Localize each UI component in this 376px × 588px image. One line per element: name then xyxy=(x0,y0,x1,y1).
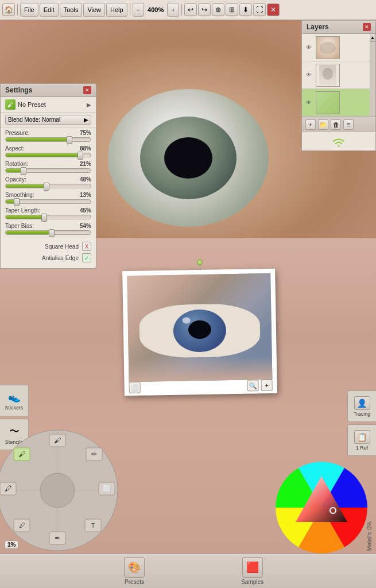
smoothing-label: Smoothing: xyxy=(5,192,34,198)
pressure-fill xyxy=(6,138,69,141)
right-side-panel: 👤 Tracing 📋 1 Ref xyxy=(347,390,376,458)
grid-icon[interactable]: ⊞ xyxy=(226,3,238,16)
samples-bottom-btn[interactable]: 🟥 Samples xyxy=(232,555,273,587)
opacity-thumb[interactable] xyxy=(44,183,49,191)
zoom-plus-btn[interactable]: + xyxy=(167,3,179,17)
smoothing-thumb[interactable] xyxy=(14,198,20,206)
opacity-label: Opacity: xyxy=(5,176,26,183)
zoom-icon[interactable]: 🔍 xyxy=(247,380,258,391)
blend-mode-select[interactable]: Blend Mode: Normal ▶ xyxy=(5,115,91,125)
layer-item-2[interactable]: 👁 xyxy=(302,61,375,89)
antialias-check-icon: ✓ xyxy=(84,255,89,261)
taper-length-thumb[interactable] xyxy=(41,214,47,222)
pin-head xyxy=(197,260,203,265)
square-head-x-icon: X xyxy=(85,243,89,250)
fullscreen-icon[interactable]: ⛶ xyxy=(253,3,266,16)
add-ref-icon[interactable]: + xyxy=(261,380,272,391)
tool-wheel-svg[interactable]: 🖌 ✏ ⬜ T ✒ 🖊 🖍 🖌 xyxy=(0,427,121,554)
rotation-slider[interactable] xyxy=(5,168,91,173)
layers-close-btn[interactable]: ✕ xyxy=(363,23,371,31)
menu-view[interactable]: View xyxy=(83,3,105,17)
polaroid-bottom-left: ⬜ xyxy=(129,382,140,393)
svg-text:🖊: 🖊 xyxy=(19,522,25,529)
taper-bias-slider-row: Taper Bias: 54% xyxy=(5,223,91,235)
opacity-slider[interactable] xyxy=(5,184,91,188)
taper-length-slider-row: Taper Length: 45% xyxy=(5,207,91,219)
layer-3-visibility-icon[interactable]: 👁 xyxy=(304,98,313,107)
pressure-value: 75% xyxy=(80,130,91,136)
square-head-checkbox[interactable]: X xyxy=(82,242,91,251)
svg-text:🖌: 🖌 xyxy=(18,450,25,458)
aspect-thumb[interactable] xyxy=(77,152,83,160)
blend-mode-row: Blend Mode: Normal ▶ xyxy=(1,113,96,127)
polaroid-frame[interactable]: ⬜ 🔍 + xyxy=(122,269,277,396)
tracing-icon: 👤 xyxy=(354,396,370,410)
smoothing-slider-row: Smoothing: 13% xyxy=(5,192,91,204)
zoom-minus-btn[interactable]: − xyxy=(133,3,144,17)
color-wheel-svg[interactable] xyxy=(273,459,370,556)
taper-bias-fill xyxy=(6,231,52,234)
smoothing-slider[interactable] xyxy=(5,199,91,204)
close-icon[interactable]: ✕ xyxy=(267,3,280,16)
taper-bias-thumb[interactable] xyxy=(49,229,55,237)
pressure-slider[interactable] xyxy=(5,137,91,142)
smoothing-value: 13% xyxy=(80,192,91,198)
taper-bias-slider[interactable] xyxy=(5,230,91,235)
reference-highlight xyxy=(183,318,191,324)
taper-length-slider[interactable] xyxy=(5,215,91,219)
home-icon[interactable]: 🏠 xyxy=(2,3,15,16)
samples-icon: 🟥 xyxy=(242,557,263,578)
color-wheel-container[interactable] xyxy=(273,459,370,556)
layers-add-btn[interactable]: + xyxy=(305,119,316,130)
layers-delete-btn[interactable]: 🗑 xyxy=(331,119,341,130)
preset-arrow-icon: ▶ xyxy=(87,102,91,108)
presets-label: Presets xyxy=(125,579,144,585)
opacity-slider-row: Opacity: 48% xyxy=(5,176,91,188)
undo-icon[interactable]: ↩ xyxy=(184,3,197,16)
layers-scroll-up-btn[interactable]: ▲ xyxy=(370,34,375,42)
rotation-thumb[interactable] xyxy=(21,167,26,175)
antialias-checkbox[interactable]: ✓ xyxy=(82,253,91,262)
preset-label: No Preset xyxy=(18,101,84,108)
crop-icon[interactable]: ⬜ xyxy=(129,382,140,393)
layers-header: Layers ✕ xyxy=(302,21,375,34)
preset-brush-icon: 🖌 xyxy=(5,99,15,110)
reference-lower-lid xyxy=(129,356,273,382)
layers-folder-btn[interactable]: 📁 xyxy=(318,119,328,130)
layers-menu-btn[interactable]: ≡ xyxy=(343,119,354,130)
zoom-controls: − 400% + xyxy=(133,3,179,17)
taper-bias-value: 54% xyxy=(80,223,91,229)
export-icon[interactable]: ⬇ xyxy=(239,3,252,16)
polaroid-image xyxy=(127,273,272,382)
layers-panel: Layers ✕ ▲ 👁 👁 xyxy=(301,20,376,151)
redo-icon[interactable]: ↪ xyxy=(198,3,211,16)
menu-file[interactable]: File xyxy=(20,3,38,17)
svg-text:⬜: ⬜ xyxy=(103,484,111,493)
percent-indicator: 1% xyxy=(5,540,18,549)
menu-help[interactable]: Help xyxy=(106,3,127,17)
aspect-slider[interactable] xyxy=(5,153,91,157)
reference-eye-white xyxy=(139,303,261,358)
layer-3-thumbnail xyxy=(316,91,340,114)
taper-length-label: Taper Length: xyxy=(5,207,40,214)
presets-bottom-btn[interactable]: 🎨 Presets xyxy=(115,555,154,587)
settings-title: Settings xyxy=(5,86,32,94)
rotation-label: Rotation: xyxy=(5,161,28,167)
pressure-thumb[interactable] xyxy=(67,136,72,144)
svg-text:🖌: 🖌 xyxy=(54,436,61,444)
layer-item-1[interactable]: 👁 xyxy=(302,34,375,61)
layer-2-visibility-icon[interactable]: 👁 xyxy=(304,71,313,80)
aspect-value: 88% xyxy=(80,145,91,152)
settings-close-btn[interactable]: ✕ xyxy=(83,86,91,94)
tracing-btn[interactable]: 👤 Tracing xyxy=(347,390,376,422)
presets-icon: 🎨 xyxy=(124,557,145,578)
layer-item-3[interactable]: 👁 xyxy=(302,89,375,117)
antialias-row: Antialias Edge ✓ xyxy=(1,252,96,264)
menu-edit[interactable]: Edit xyxy=(40,3,59,17)
stickers-btn[interactable]: 👟 Stickers xyxy=(0,385,29,416)
layer-1-visibility-icon[interactable]: 👁 xyxy=(304,43,313,52)
ref-btn[interactable]: 📋 1 Ref xyxy=(347,424,376,456)
move-icon[interactable]: ⊕ xyxy=(212,3,224,16)
menu-tools[interactable]: Tools xyxy=(60,3,83,17)
preset-row[interactable]: 🖌 No Preset ▶ xyxy=(1,97,96,113)
